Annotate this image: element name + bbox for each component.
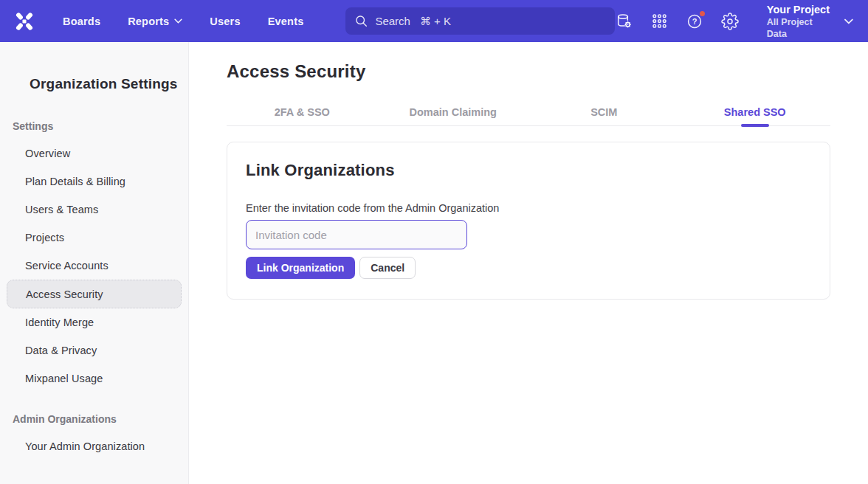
data-management-button[interactable] (615, 11, 634, 31)
mixpanel-logo-icon (13, 10, 35, 32)
project-name: Your Project (767, 3, 833, 16)
invitation-code-input[interactable] (246, 220, 467, 249)
top-nav-bar: Boards Reports Users Events Search ⌘ + K (0, 0, 868, 42)
card-actions: Link Organization Cancel (246, 257, 811, 279)
sidebar-item-service-accounts[interactable]: Service Accounts (0, 252, 188, 280)
sidebar-item-access-security[interactable]: Access Security (7, 280, 182, 308)
nav-item-reports[interactable]: Reports (128, 15, 182, 27)
project-selector[interactable]: Your Project All Project Data (767, 3, 853, 40)
main-content: Access Security 2FA & SSO Domain Claimin… (189, 42, 868, 484)
sidebar-item-projects[interactable]: Projects (0, 224, 188, 252)
link-organizations-card: Link Organizations Enter the invitation … (227, 142, 830, 300)
apps-grid-button[interactable] (650, 11, 669, 31)
tab-shared-sso[interactable]: Shared SSO (680, 94, 831, 125)
sidebar-item-identity-merge[interactable]: Identity Merge (0, 308, 188, 336)
sidebar-item-overview[interactable]: Overview (0, 139, 188, 167)
project-selector-text: Your Project All Project Data (767, 3, 833, 40)
sidebar-title: Organization Settings (30, 76, 188, 92)
tab-domain-claiming[interactable]: Domain Claiming (378, 94, 529, 125)
project-subtitle: All Project Data (767, 16, 833, 40)
link-organization-button[interactable]: Link Organization (246, 257, 355, 279)
sidebar-section-settings: Settings (13, 120, 188, 132)
sidebar-item-mixpanel-usage[interactable]: Mixpanel Usage (0, 364, 188, 393)
sidebar-admin-items: Your Admin Organization (0, 432, 188, 460)
primary-nav: Boards Reports Users Events (63, 15, 303, 27)
search-placeholder: Search (375, 15, 410, 27)
data-management-icon (616, 13, 633, 30)
settings-button[interactable] (720, 11, 739, 31)
nav-item-reports-label: Reports (128, 15, 169, 27)
notification-dot (698, 10, 706, 18)
settings-gear-icon (721, 13, 739, 30)
apps-grid-icon (651, 13, 668, 30)
sidebar-section-admin-organizations: Admin Organizations (13, 413, 188, 425)
tab-scim[interactable]: SCIM (528, 94, 680, 125)
help-button[interactable]: ? (685, 11, 704, 31)
chevron-down-icon (844, 18, 853, 24)
settings-sidebar: Organization Settings Settings Overview … (0, 42, 189, 484)
svg-text:?: ? (692, 17, 698, 26)
nav-item-boards[interactable]: Boards (63, 15, 100, 27)
nav-item-events[interactable]: Events (268, 15, 304, 27)
sidebar-item-your-admin-organization[interactable]: Your Admin Organization (0, 432, 188, 460)
page-title: Access Security (227, 61, 830, 82)
topbar-actions: ? Your Project All Project Data (615, 3, 853, 40)
search-input[interactable]: Search ⌘ + K (345, 7, 614, 35)
search-icon (355, 15, 368, 27)
mixpanel-logo[interactable] (13, 10, 35, 32)
sidebar-settings-items: Overview Plan Details & Billing Users & … (0, 139, 188, 393)
card-title: Link Organizations (246, 161, 811, 180)
search-shortcut-hint: ⌘ + K (420, 15, 451, 28)
tab-2fa-sso[interactable]: 2FA & SSO (227, 94, 378, 125)
cancel-button[interactable]: Cancel (359, 257, 416, 279)
nav-item-users[interactable]: Users (210, 15, 240, 27)
sidebar-item-data-privacy[interactable]: Data & Privacy (0, 336, 188, 364)
tab-bar: 2FA & SSO Domain Claiming SCIM Shared SS… (227, 94, 830, 126)
sidebar-item-plan-details-billing[interactable]: Plan Details & Billing (0, 167, 188, 196)
sidebar-item-users-teams[interactable]: Users & Teams (0, 196, 188, 224)
invitation-code-label: Enter the invitation code from the Admin… (246, 202, 811, 214)
chevron-down-icon (174, 18, 182, 24)
